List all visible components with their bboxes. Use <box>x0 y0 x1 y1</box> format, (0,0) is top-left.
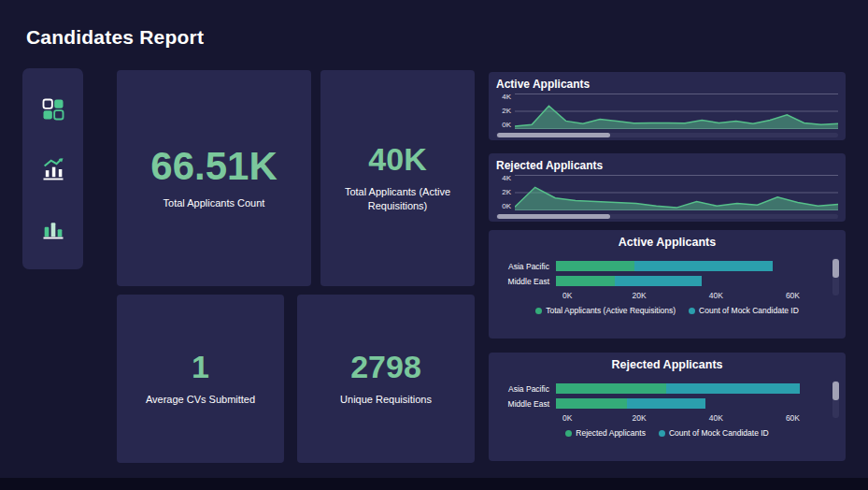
vertical-scrollbar-thumb[interactable] <box>832 382 839 400</box>
stacked-bar <box>556 398 812 409</box>
y-tick: 0K <box>502 122 511 129</box>
grid-tiles-icon <box>40 96 66 122</box>
bar-segment[interactable] <box>666 383 800 394</box>
stacked-bar <box>556 261 812 271</box>
legend-item: Total Applicants (Active Requisitions) <box>535 306 676 315</box>
kpi-card-total-applicants-count: 66.51K Total Applicants Count <box>117 70 311 286</box>
legend-label: Total Applicants (Active Requisitions) <box>546 306 676 315</box>
bar-segment[interactable] <box>556 398 627 409</box>
kpi-value: 1 <box>192 351 209 382</box>
bar-segment[interactable] <box>556 276 615 286</box>
rejected-applicants-trend-card: Rejected Applicants 4K 2K 0K <box>489 153 846 222</box>
horizontal-scrollbar-thumb[interactable] <box>497 133 610 137</box>
y-tick: 2K <box>502 189 511 196</box>
vertical-scrollbar[interactable] <box>832 381 839 418</box>
x-tick: 0K <box>562 413 572 423</box>
kpi-card-average-cvs: 1 Average CVs Submitted <box>117 295 284 463</box>
kpi-label: Unique Requisitions <box>340 393 432 407</box>
active-applicants-bar-chart-card: Active Applicants Asia Pacific Middle Ea… <box>489 230 846 339</box>
kpi-label: Total Applicants (Active Requisitions) <box>336 185 460 213</box>
x-tick: 0K <box>562 291 572 300</box>
area-chart <box>515 175 838 210</box>
category-label: Middle East <box>498 399 556 409</box>
bar-row: Middle East <box>498 398 836 409</box>
category-label: Asia Pacific <box>498 262 556 271</box>
x-tick: 40K <box>709 413 723 423</box>
horizontal-scrollbar-thumb[interactable] <box>497 214 610 219</box>
legend-dot <box>659 430 665 437</box>
vertical-scrollbar-thumb[interactable] <box>832 259 839 278</box>
legend-item: Count of Mock Candidate ID <box>689 306 799 315</box>
category-label: Middle East <box>498 277 556 286</box>
y-axis-labels: 4K 2K 0K <box>496 94 515 129</box>
nav-grid-button[interactable] <box>35 91 72 128</box>
kpi-value: 40K <box>368 143 426 175</box>
bar-segment[interactable] <box>615 276 702 286</box>
x-axis: 0K 20K 40K 60K <box>562 291 812 301</box>
chart-title: Rejected Applicants <box>496 159 838 172</box>
kpi-label: Total Applicants Count <box>164 196 265 210</box>
legend-dot <box>689 308 695 314</box>
y-tick: 4K <box>502 175 511 182</box>
y-tick: 2K <box>502 108 511 115</box>
horizontal-scrollbar[interactable] <box>496 214 838 219</box>
legend-item: Count of Mock Candidate ID <box>659 428 769 438</box>
bar-row: Asia Pacific <box>498 383 836 394</box>
x-tick: 20K <box>633 291 647 300</box>
active-applicants-trend-card: Active Applicants 4K 2K 0K <box>489 72 846 140</box>
legend-label: Count of Mock Candidate ID <box>669 428 769 438</box>
kpi-value: 2798 <box>350 351 421 382</box>
page-title: Candidates Report <box>26 26 204 49</box>
x-tick: 40K <box>709 291 723 300</box>
kpi-value: 66.51K <box>150 147 277 186</box>
bar-row: Asia Pacific <box>498 261 836 271</box>
rejected-applicants-bar-chart-card: Rejected Applicants Asia Pacific Middle … <box>489 353 846 461</box>
horizontal-scrollbar[interactable] <box>496 133 838 137</box>
y-axis-labels: 4K 2K 0K <box>496 175 515 210</box>
area-chart-body: 4K 2K 0K <box>496 175 838 210</box>
chart-title: Active Applicants <box>498 236 836 249</box>
area-chart-body: 4K 2K 0K <box>496 94 838 129</box>
stacked-bar <box>556 276 812 286</box>
x-tick: 20K <box>633 413 647 423</box>
bar-segment[interactable] <box>627 398 705 409</box>
chart-title: Rejected Applicants <box>498 358 836 371</box>
sidebar <box>22 68 83 269</box>
legend: Rejected Applicants Count of Mock Candid… <box>498 428 836 438</box>
legend-dot <box>535 308 542 314</box>
category-label: Asia Pacific <box>498 384 556 394</box>
chart-title: Active Applicants <box>496 78 838 91</box>
vertical-scrollbar[interactable] <box>832 258 839 295</box>
legend: Total Applicants (Active Requisitions) C… <box>498 306 836 315</box>
area-chart <box>515 94 838 129</box>
candidates-report-page: Candidates Report <box>0 0 868 490</box>
x-tick: 60K <box>786 291 800 300</box>
bar-segment[interactable] <box>556 383 666 394</box>
x-axis: 0K 20K 40K 60K <box>562 413 812 424</box>
y-tick: 0K <box>502 203 511 210</box>
y-tick: 4K <box>502 94 511 101</box>
bar-row: Middle East <box>498 276 836 286</box>
legend-item: Rejected Applicants <box>565 428 646 438</box>
nav-bar-chart-button[interactable] <box>35 209 72 247</box>
bar-segment[interactable] <box>556 261 634 271</box>
column-chart-icon <box>40 215 66 241</box>
x-tick: 60K <box>786 413 800 423</box>
bar-segment[interactable] <box>634 261 773 271</box>
bottom-bar <box>0 478 868 490</box>
stacked-bar <box>556 383 812 394</box>
legend-label: Count of Mock Candidate ID <box>699 306 799 315</box>
kpi-card-unique-requisitions: 2798 Unique Requisitions <box>297 295 475 463</box>
kpi-card-total-applicants-active: 40K Total Applicants (Active Requisition… <box>320 70 475 286</box>
nav-trend-button[interactable] <box>35 151 72 188</box>
legend-label: Rejected Applicants <box>576 428 646 438</box>
kpi-label: Average CVs Submitted <box>146 393 255 407</box>
trend-line-icon <box>40 156 66 182</box>
legend-dot <box>565 430 572 437</box>
